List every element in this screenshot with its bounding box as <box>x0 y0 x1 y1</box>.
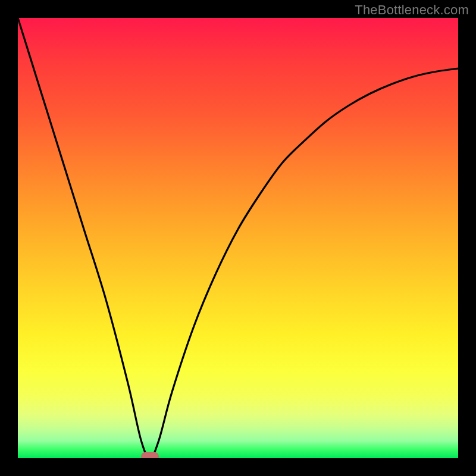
bottleneck-curve-svg <box>18 18 458 458</box>
plot-area <box>18 18 458 458</box>
chart-frame: TheBottleneck.com <box>0 0 476 476</box>
bottleneck-marker <box>141 452 159 458</box>
bottleneck-curve-path <box>18 18 458 458</box>
watermark-text: TheBottleneck.com <box>355 2 469 18</box>
